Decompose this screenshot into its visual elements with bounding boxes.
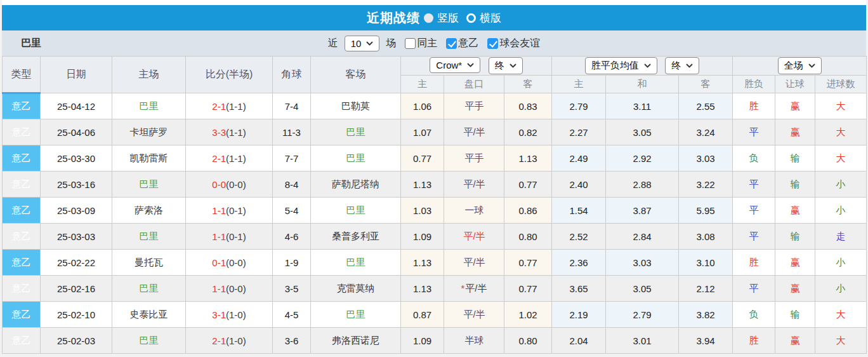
league-badge: 意乙 xyxy=(3,250,41,276)
cell-odds-away: 3.08 xyxy=(679,224,733,250)
cell-date: 25-04-06 xyxy=(41,119,112,145)
cell-home-team[interactable]: 巴里 xyxy=(112,224,186,250)
cell-handicap-home-odds: 0.77 xyxy=(401,145,444,172)
header-score: 比分(半场) xyxy=(186,57,273,93)
cell-result-handicap: 赢 xyxy=(775,276,815,302)
cell-home-team[interactable]: 巴里 xyxy=(112,276,186,302)
subheader-result-handicap: 让球 xyxy=(775,76,815,93)
fulltime-select[interactable]: 全场 xyxy=(778,57,822,74)
cell-result-goals: 走 xyxy=(815,224,867,250)
page: 近期战绩 竖版 横版 巴里 近 10 场 同主 意乙 球会友谊 xyxy=(2,0,866,354)
cell-odds-away: 3.82 xyxy=(679,302,733,328)
cell-handicap-home-odds: 1.07 xyxy=(401,119,444,145)
cell-handicap-home-odds: 1.06 xyxy=(401,93,444,119)
cell-odds-home: 2.27 xyxy=(552,119,606,145)
subheader-result-goals: 进球数 xyxy=(815,76,867,93)
cell-handicap-away-odds: 1.13 xyxy=(504,145,552,172)
cell-result-goals: 大 xyxy=(815,328,867,354)
cell-away-team[interactable]: 巴里 xyxy=(311,119,401,145)
cell-corners: 3-6 xyxy=(273,328,311,354)
table-row: 意乙 25-03-03 巴里 1-1(0-1) 4-6 桑普多利亚 1.09 平… xyxy=(3,224,867,250)
cell-odds-draw: 2.88 xyxy=(606,172,679,198)
cell-result-goals: 大 xyxy=(815,302,867,328)
cell-away-team[interactable]: 巴勒莫 xyxy=(311,93,401,119)
cell-home-team[interactable]: 卡坦萨罗 xyxy=(112,119,186,145)
cell-handicap-away-odds: 1.02 xyxy=(504,302,552,328)
cell-away-team[interactable]: 克雷莫纳 xyxy=(311,276,401,302)
same-home-label: 同主 xyxy=(417,37,437,50)
league-checkbox[interactable] xyxy=(446,38,457,49)
cell-home-team[interactable]: 巴里 xyxy=(112,172,186,198)
cell-result-wdl: 胜 xyxy=(733,328,775,354)
cell-away-team[interactable]: 萨勒尼塔纳 xyxy=(311,172,401,198)
cell-date: 25-03-30 xyxy=(41,145,112,172)
odds-type-select[interactable]: 胜平负均值 xyxy=(585,57,657,74)
table-row: 意乙 25-03-30 凯勒雷斯 2-1(1-1) 7-7 巴里 0.77 平手… xyxy=(3,145,867,172)
league-badge: 意乙 xyxy=(3,119,41,145)
cell-result-handicap: 输 xyxy=(775,172,815,198)
table-row: 意乙 25-04-06 卡坦萨罗 3-3(1-1) 11-3 巴里 1.07 平… xyxy=(3,119,867,145)
header-away: 客场 xyxy=(311,57,401,93)
cell-date: 25-02-22 xyxy=(41,250,112,276)
cell-away-team[interactable]: 巴里 xyxy=(311,145,401,172)
matches-label: 场 xyxy=(386,37,396,50)
league-badge: 意乙 xyxy=(3,276,41,302)
cell-handicap-line: 一球 xyxy=(444,198,504,224)
cell-home-team[interactable]: 史泰比亚 xyxy=(112,302,186,328)
cell-handicap-away-odds: 0.83 xyxy=(504,93,552,119)
cell-corners: 1-9 xyxy=(273,250,311,276)
cell-result-handicap: 输 xyxy=(775,302,815,328)
cell-handicap-line: 平/半 xyxy=(444,302,504,328)
cell-away-team[interactable]: 巴里 xyxy=(311,302,401,328)
cell-odds-home: 3.65 xyxy=(552,276,606,302)
cell-corners: 11-3 xyxy=(273,119,311,145)
cell-result-wdl: 平 xyxy=(733,198,775,224)
same-home-checkbox[interactable] xyxy=(405,38,416,49)
cell-away-team[interactable]: 巴里 xyxy=(311,198,401,224)
cell-home-team[interactable]: 巴里 xyxy=(112,93,186,119)
cell-result-handicap: 输 xyxy=(775,224,815,250)
league-badge: 意乙 xyxy=(3,302,41,328)
handicap-time-select[interactable]: 终 xyxy=(489,57,523,74)
friendly-label: 球会友谊 xyxy=(499,37,540,50)
cell-away-team[interactable]: 弗洛西诺尼 xyxy=(311,328,401,354)
recent-count-select[interactable]: 10 xyxy=(345,36,380,51)
cell-result-wdl: 平 xyxy=(733,119,775,145)
cell-score: 1-1(0-0) xyxy=(186,276,273,302)
cell-away-team[interactable]: 桑普多利亚 xyxy=(311,224,401,250)
cell-odds-home: 2.40 xyxy=(552,172,606,198)
cell-corners: 8-4 xyxy=(273,172,311,198)
cell-result-handicap: 赢 xyxy=(775,198,815,224)
bookmaker-select[interactable]: Crow* xyxy=(430,57,480,73)
odds-time-select[interactable]: 终 xyxy=(665,57,699,74)
cell-result-goals: 大 xyxy=(815,145,867,172)
cell-odds-draw: 2.84 xyxy=(606,224,679,250)
cell-score: 2-1(1-0) xyxy=(186,328,273,354)
radio-vertical-layout[interactable] xyxy=(424,13,433,23)
cell-result-handicap: 输 xyxy=(775,145,815,172)
cell-handicap-home-odds: 1.13 xyxy=(401,276,444,302)
radio-horizontal-layout[interactable] xyxy=(466,13,476,23)
cell-away-team[interactable]: 巴里 xyxy=(311,250,401,276)
cell-date: 25-03-16 xyxy=(41,172,112,198)
cell-odds-home: 2.19 xyxy=(552,302,606,328)
header-home: 主场 xyxy=(112,57,186,93)
subheader-odds-away: 客 xyxy=(679,76,733,93)
table-row: 意乙 25-04-12 巴里 2-1(1-1) 7-4 巴勒莫 1.06 平手 … xyxy=(3,93,867,119)
cell-odds-home: 2.52 xyxy=(552,224,606,250)
cell-odds-away: 3.24 xyxy=(679,119,733,145)
cell-home-team[interactable]: 巴里 xyxy=(112,328,186,354)
cell-odds-away: 2.12 xyxy=(679,276,733,302)
header-type: 类型 xyxy=(3,57,41,93)
cell-corners: 5-4 xyxy=(273,198,311,224)
cell-odds-away: 5.95 xyxy=(679,198,733,224)
radio-vertical-label[interactable]: 竖版 xyxy=(437,11,459,25)
league-badge: 意乙 xyxy=(3,328,41,354)
cell-home-team[interactable]: 萨索洛 xyxy=(112,198,186,224)
radio-horizontal-label[interactable]: 横版 xyxy=(480,11,501,25)
friendly-checkbox[interactable] xyxy=(487,38,498,49)
cell-home-team[interactable]: 曼托瓦 xyxy=(112,250,186,276)
cell-home-team[interactable]: 凯勒雷斯 xyxy=(112,145,186,172)
cell-result-wdl: 平 xyxy=(733,276,775,302)
cell-date: 25-02-16 xyxy=(41,276,112,302)
